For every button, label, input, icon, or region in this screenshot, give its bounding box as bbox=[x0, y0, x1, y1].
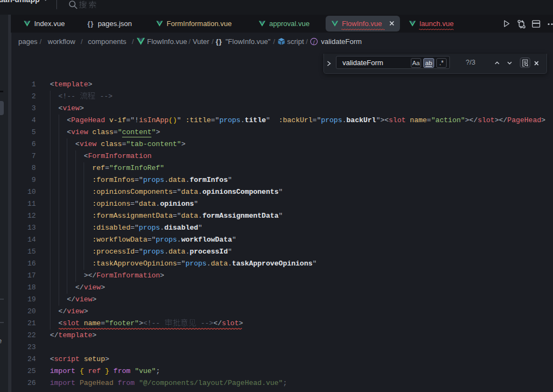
svg-text:f: f bbox=[313, 39, 315, 44]
